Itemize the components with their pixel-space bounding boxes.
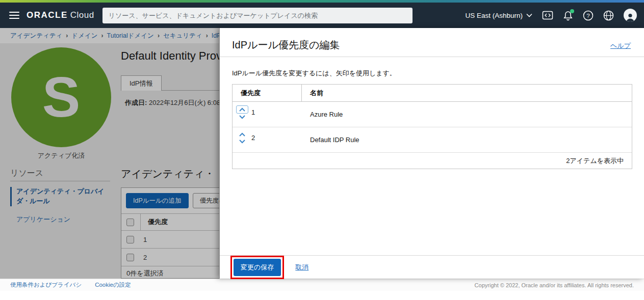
panel-title: IdPルール優先度の編集 <box>232 38 340 52</box>
page-footer: 使用条件およびプライバシ Cookieの設定 Copyright © 2022,… <box>0 279 644 291</box>
oracle-cloud-logo[interactable]: ORACLECloud <box>27 10 94 20</box>
code-console-icon[interactable] <box>542 10 553 20</box>
hamburger-menu-icon[interactable] <box>9 10 19 21</box>
logo-cloud-text: Cloud <box>70 10 94 20</box>
move-down-button[interactable] <box>237 138 248 145</box>
rule-name: Default IDP Rule <box>302 127 632 152</box>
save-changes-button[interactable]: 変更の保存 <box>234 259 281 276</box>
cookie-settings-link[interactable]: Cookieの設定 <box>95 281 131 289</box>
move-down-button[interactable] <box>237 114 248 120</box>
move-up-button-focused[interactable] <box>236 105 248 114</box>
chevron-down-icon <box>526 13 532 17</box>
panel-footer: 変更の保存 取消 <box>220 255 644 279</box>
items-shown-status: 2アイテムを表示中 <box>233 153 632 169</box>
edit-priority-panel: IdPルール優先度の編集 ヘルプ IdPルール優先度を変更するには、矢印を使用し… <box>219 28 644 279</box>
copyright-text: Copyright © 2022, Oracle and/or its affi… <box>475 282 634 288</box>
reorder-arrows <box>236 105 249 120</box>
notification-dot <box>570 9 574 13</box>
reorder-arrows <box>236 131 249 145</box>
cancel-link[interactable]: 取消 <box>295 263 308 272</box>
notifications-bell-icon[interactable] <box>563 10 573 21</box>
region-label: US East (Ashburn) <box>465 12 523 19</box>
priority-value: 1 <box>251 108 255 116</box>
profile-avatar-icon[interactable] <box>624 9 637 22</box>
priority-column-header: 優先度 <box>233 85 302 101</box>
red-annotation-box: 変更の保存 <box>230 256 284 279</box>
search-input[interactable] <box>102 8 413 23</box>
panel-title-divider <box>220 57 644 57</box>
priority-table-header: 優先度 名前 <box>233 85 632 102</box>
rule-name: Azure Rule <box>302 102 632 127</box>
language-globe-icon[interactable] <box>603 10 614 21</box>
panel-description: IdPルール優先度を変更するには、矢印を使用します。 <box>232 69 396 78</box>
logo-oracle-text: ORACLE <box>27 10 68 20</box>
terms-privacy-link[interactable]: 使用条件およびプライバシ <box>10 281 82 289</box>
svg-text:?: ? <box>586 13 589 19</box>
header-right-controls: US East (Ashburn) ? <box>465 3 637 28</box>
priority-value: 2 <box>251 134 255 142</box>
help-link[interactable]: ヘルプ <box>610 41 631 50</box>
help-question-icon[interactable]: ? <box>583 10 594 21</box>
priority-table: 優先度 名前 1 Azure Rule <box>232 84 632 169</box>
priority-row-default: 2 Default IDP Rule <box>233 127 632 153</box>
region-selector[interactable]: US East (Ashburn) <box>465 12 532 19</box>
move-up-button[interactable] <box>237 131 248 138</box>
priority-row-azure: 1 Azure Rule <box>233 102 632 127</box>
name-column-header: 名前 <box>302 85 632 101</box>
